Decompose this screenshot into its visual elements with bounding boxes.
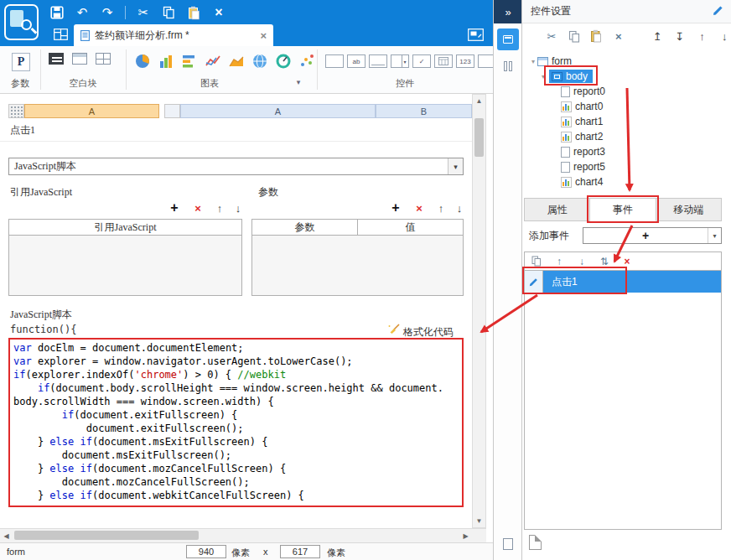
move-up-icon[interactable]: ↑ xyxy=(695,28,710,44)
scroll-up-icon[interactable]: ▲ xyxy=(473,95,485,107)
scroll-right-icon[interactable]: ▶ xyxy=(459,529,472,542)
param-move-up-button[interactable]: ↑ xyxy=(433,201,449,215)
params-table[interactable]: 参数 值 xyxy=(251,219,464,296)
horizontal-scroll-thumb[interactable] xyxy=(14,531,199,540)
chart-gauge-button[interactable] xyxy=(275,53,292,72)
horizontal-scrollbar[interactable]: ◀ ▶ xyxy=(0,528,472,542)
widget-textedit-button[interactable]: ab xyxy=(347,54,366,68)
redo-button[interactable]: ↷ xyxy=(97,3,117,22)
edit-pencil-icon[interactable] xyxy=(713,5,723,18)
chart-area-button[interactable] xyxy=(228,53,245,72)
param-move-down-button[interactable]: ↓ xyxy=(451,201,468,215)
new-page-icon[interactable] xyxy=(529,535,542,550)
chart-bar-button[interactable] xyxy=(181,53,198,72)
chevron-down-icon[interactable]: ▾ xyxy=(708,228,721,243)
edit-event-pencil-icon[interactable] xyxy=(525,271,543,293)
event-sort-icon[interactable]: ⇅ xyxy=(598,255,611,268)
widget-settings-pane-button[interactable] xyxy=(497,29,519,50)
widget-number-button[interactable]: 123 xyxy=(456,54,474,68)
tab-close-icon[interactable]: × xyxy=(260,29,267,42)
event-move-down-icon[interactable]: ↓ xyxy=(575,255,588,268)
cut-icon[interactable]: ✂ xyxy=(544,28,559,44)
scroll-left-icon[interactable]: ◀ xyxy=(0,529,13,542)
save-button[interactable] xyxy=(47,3,67,22)
event-item-click1[interactable]: 点击1 xyxy=(525,271,721,293)
tree-item-report0[interactable]: report0 xyxy=(522,84,731,99)
tree-item-body[interactable]: ▾ body xyxy=(522,69,731,84)
chart-more-chevron-icon[interactable]: ▾ xyxy=(292,78,305,90)
copy-button[interactable] xyxy=(158,3,179,22)
event-list[interactable]: 点击1 xyxy=(524,270,722,530)
selected-node[interactable]: body xyxy=(549,70,593,83)
tab-properties[interactable]: 属性 xyxy=(524,198,590,221)
column-header-b-right-block[interactable]: B xyxy=(376,104,472,118)
form-view-label[interactable]: form xyxy=(7,547,25,557)
widget-checkbox-button[interactable]: ✓ xyxy=(412,54,431,68)
tree-item-chart1[interactable]: chart1 xyxy=(522,114,731,129)
copy-event-icon[interactable] xyxy=(530,255,543,268)
move-top-icon[interactable]: ↥ xyxy=(650,28,665,44)
paste-icon[interactable] xyxy=(588,28,604,44)
ref-js-move-up-button[interactable]: ↑ xyxy=(211,201,228,215)
delete-button[interactable]: × xyxy=(209,3,229,22)
tab-mobile[interactable]: 移动端 xyxy=(656,198,722,221)
ref-js-add-button[interactable]: + xyxy=(166,201,183,215)
parameter-pane-button[interactable]: P xyxy=(12,53,30,71)
param-delete-button[interactable]: × xyxy=(411,201,428,215)
report-block-corner-selector[interactable] xyxy=(8,104,24,118)
tree-item-chart4[interactable]: chart4 xyxy=(522,174,731,189)
widget-combobox-button[interactable]: ▾ xyxy=(391,54,409,68)
paste-button[interactable] xyxy=(184,3,204,22)
format-code-icon[interactable] xyxy=(388,324,400,337)
vertical-scroll-thumb[interactable] xyxy=(474,118,484,157)
document-tab[interactable]: 签约额详细分析.frm * × xyxy=(74,24,273,46)
expander-icon[interactable]: ▾ xyxy=(539,73,547,80)
move-bottom-icon[interactable]: ↧ xyxy=(672,28,687,44)
tree-item-report3[interactable]: report3 xyxy=(522,144,731,159)
widget-textarea-button[interactable] xyxy=(369,54,387,68)
chart-scatter-button[interactable] xyxy=(298,53,315,72)
scroll-down-icon[interactable]: ▼ xyxy=(473,515,485,527)
code-editor[interactable]: var docElm = document.documentElement;va… xyxy=(8,338,464,507)
column-header-a-right-block[interactable]: A xyxy=(180,104,376,118)
tree-item-report5[interactable]: report5 xyxy=(522,159,731,174)
ref-js-move-down-button[interactable]: ↓ xyxy=(230,201,246,215)
vertical-scrollbar[interactable]: ▲ ▼ xyxy=(472,94,486,528)
pin-board-button[interactable] xyxy=(466,26,485,43)
chart-pie-button[interactable] xyxy=(134,53,151,72)
layout-grid-button[interactable] xyxy=(52,27,69,42)
cut-button[interactable]: ✂ xyxy=(133,3,153,22)
layout-pane-button[interactable] xyxy=(497,55,519,77)
expander-icon[interactable]: ▾ xyxy=(529,58,537,65)
copy-icon[interactable] xyxy=(567,28,582,44)
event-type-dropdown[interactable]: JavaScript脚本 ▾ xyxy=(8,158,464,175)
ref-js-delete-button[interactable]: × xyxy=(189,201,206,215)
add-event-button[interactable]: + ▾ xyxy=(583,227,722,244)
param-add-button[interactable]: + xyxy=(387,201,404,215)
chart-line-button[interactable] xyxy=(205,53,221,72)
ref-js-table[interactable]: 引用JavaScript xyxy=(8,219,242,296)
widget-label-button[interactable] xyxy=(325,54,344,68)
absolute-canvas-button[interactable] xyxy=(96,53,111,65)
report-block-corner-selector[interactable] xyxy=(164,104,180,118)
dropdown-chevron-icon[interactable]: ▾ xyxy=(448,158,463,174)
collapse-panel-icon[interactable]: » xyxy=(494,0,522,23)
widget-date-button[interactable] xyxy=(434,54,453,68)
event-editor-tab[interactable]: 点击1 xyxy=(10,123,35,137)
event-move-up-icon[interactable]: ↑ xyxy=(552,255,566,268)
tree-item-chart0[interactable]: chart0 xyxy=(522,99,731,114)
bottom-panel-button[interactable] xyxy=(497,533,519,555)
app-logo-preview-button[interactable] xyxy=(4,4,39,40)
undo-button[interactable]: ↶ xyxy=(72,3,92,22)
tab-events[interactable]: 事件 xyxy=(590,198,656,221)
tree-item-chart2[interactable]: chart2 xyxy=(522,129,731,144)
column-header-a-left-block[interactable]: A xyxy=(24,104,159,118)
canvas-height-input[interactable] xyxy=(280,545,320,558)
tree-item-form[interactable]: ▾ form xyxy=(522,54,731,69)
delete-icon[interactable]: × xyxy=(611,28,626,44)
report-block-button[interactable] xyxy=(49,53,64,65)
chart-column-button[interactable] xyxy=(158,53,174,72)
canvas-width-input[interactable] xyxy=(186,545,226,558)
chart-map-button[interactable] xyxy=(251,53,268,72)
event-delete-icon[interactable]: × xyxy=(620,255,634,268)
